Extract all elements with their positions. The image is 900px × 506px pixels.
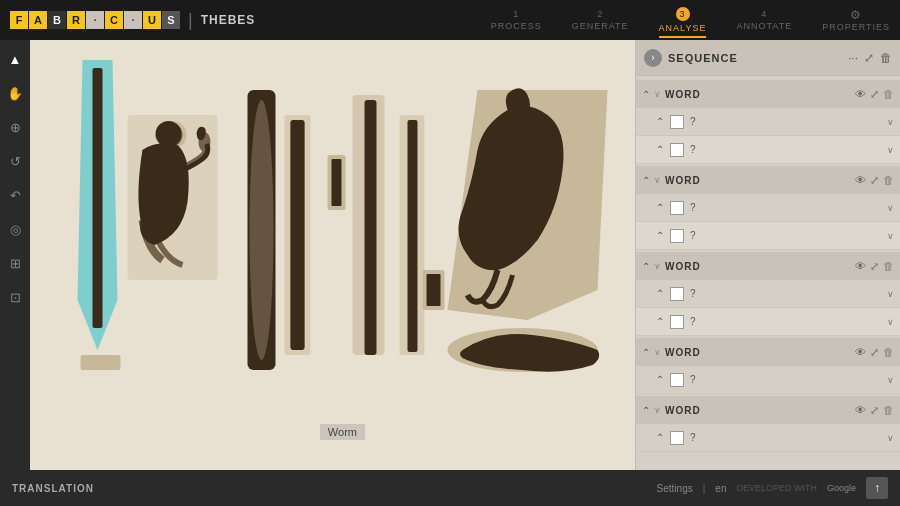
glyph-value-3-2: ? xyxy=(690,316,881,327)
glyph-expand-3-2[interactable]: ∨ xyxy=(887,317,894,327)
delete-icon-4[interactable]: 🗑 xyxy=(883,346,894,358)
word-icons-3: 👁 ⤢ 🗑 xyxy=(855,260,894,273)
developed-with-text: DEVELOPED WITH xyxy=(736,483,817,493)
eye-icon-3[interactable]: 👁 xyxy=(855,260,866,272)
glyph-expand-4-1[interactable]: ∨ xyxy=(887,375,894,385)
undo-tool[interactable]: ↶ xyxy=(4,184,26,206)
glyph-chevron-4-1[interactable]: ⌃ xyxy=(656,374,664,385)
main-content: ▲ ✋ ⊕ ↺ ↶ ◎ ⊞ ⊡ xyxy=(0,40,900,470)
word-header-4: ⌃ ∨ WORD 👁 ⤢ 🗑 xyxy=(636,338,900,366)
expand-icon-3[interactable]: ∨ xyxy=(654,261,661,271)
panel-more-icon[interactable]: ··· xyxy=(848,51,858,65)
delete-icon-3[interactable]: 🗑 xyxy=(883,260,894,272)
glyph-checkbox-5-1[interactable] xyxy=(670,431,684,445)
delete-icon-1[interactable]: 🗑 xyxy=(883,88,894,100)
cursor-tool[interactable]: ▲ xyxy=(4,48,26,70)
chevron-icon-4[interactable]: ⌃ xyxy=(642,347,650,358)
glyph-expand-1-2[interactable]: ∨ xyxy=(887,145,894,155)
expand-icon-1[interactable]: ∨ xyxy=(654,89,661,99)
panel-arrow-icon[interactable]: › xyxy=(644,49,662,67)
glyph-row-2-2: ⌃ ? ∨ xyxy=(636,222,900,250)
link-icon-5[interactable]: ⤢ xyxy=(870,404,879,417)
word-label-1: WORD xyxy=(665,89,851,100)
glyph-expand-1-1[interactable]: ∨ xyxy=(887,117,894,127)
logo-u: U xyxy=(143,11,161,29)
glyph-pen-inner xyxy=(93,68,103,328)
glyph-checkbox-1-1[interactable] xyxy=(670,115,684,129)
bottom-bar: TRANSLATION Settings | en DEVELOPED WITH… xyxy=(0,470,900,506)
nav-step-generate[interactable]: 2 GENERATE xyxy=(572,9,629,31)
eye-icon-5[interactable]: 👁 xyxy=(855,404,866,416)
word-icons-2: 👁 ⤢ 🗑 xyxy=(855,174,894,187)
glyph-expand-5-1[interactable]: ∨ xyxy=(887,433,894,443)
step-num-2: 2 xyxy=(597,9,603,19)
circle-tool[interactable]: ◎ xyxy=(4,218,26,240)
link-icon-1[interactable]: ⤢ xyxy=(870,88,879,101)
glyph-chevron-2-2[interactable]: ⌃ xyxy=(656,230,664,241)
glyph-row-1-1: ⌃ ? ∨ xyxy=(636,108,900,136)
glyph-chevron-3-1[interactable]: ⌃ xyxy=(656,288,664,299)
bottom-right: Settings | en DEVELOPED WITH Google ↑ xyxy=(657,477,888,499)
nav-step-process[interactable]: 1 PROCESS xyxy=(491,9,542,31)
step-label-process: PROCESS xyxy=(491,21,542,31)
word-icons-4: 👁 ⤢ 🗑 xyxy=(855,346,894,359)
word-label-3: WORD xyxy=(665,261,851,272)
redo-tool[interactable]: ↺ xyxy=(4,150,26,172)
chevron-icon-1[interactable]: ⌃ xyxy=(642,89,650,100)
grid-tool[interactable]: ⊞ xyxy=(4,252,26,274)
expand-icon-4[interactable]: ∨ xyxy=(654,347,661,357)
eye-icon-1[interactable]: 👁 xyxy=(855,88,866,100)
glyph-row-3-1: ⌃ ? ∨ xyxy=(636,280,900,308)
glyph-chevron-1-1[interactable]: ⌃ xyxy=(656,116,664,127)
hieroglyph-svg xyxy=(30,40,635,470)
glyph-column3 xyxy=(365,100,377,355)
glyph-expand-2-1[interactable]: ∨ xyxy=(887,203,894,213)
glyph-checkbox-2-1[interactable] xyxy=(670,201,684,215)
chevron-icon-2[interactable]: ⌃ xyxy=(642,175,650,186)
glyph-chevron-5-1[interactable]: ⌃ xyxy=(656,432,664,443)
nav-step-annotate[interactable]: 4 ANNOTATE xyxy=(736,9,792,31)
logo-s: S xyxy=(162,11,180,29)
glyph-checkbox-3-1[interactable] xyxy=(670,287,684,301)
word-group-5: ⌃ ∨ WORD 👁 ⤢ 🗑 ⌃ ? ∨ xyxy=(636,396,900,452)
panel-delete-icon[interactable]: 🗑 xyxy=(880,51,892,65)
glyph-row-2-1: ⌃ ? ∨ xyxy=(636,194,900,222)
chevron-icon-5[interactable]: ⌃ xyxy=(642,405,650,416)
expand-icon-2[interactable]: ∨ xyxy=(654,175,661,185)
delete-icon-5[interactable]: 🗑 xyxy=(883,404,894,416)
top-bar: F A B R · C · U S | THEBES 1 PROCESS 2 G… xyxy=(0,0,900,40)
eye-icon-2[interactable]: 👁 xyxy=(855,174,866,186)
nav-step-properties[interactable]: ⚙ PROPERTIES xyxy=(822,8,890,32)
zoom-tool[interactable]: ⊕ xyxy=(4,116,26,138)
logo-i2: · xyxy=(124,11,142,29)
glyph-checkbox-4-1[interactable] xyxy=(670,373,684,387)
glyph-chevron-3-2[interactable]: ⌃ xyxy=(656,316,664,327)
glyph-expand-2-2[interactable]: ∨ xyxy=(887,231,894,241)
panel-share-icon[interactable]: ⤢ xyxy=(864,51,874,65)
chevron-icon-3[interactable]: ⌃ xyxy=(642,261,650,272)
glyph-expand-3-1[interactable]: ∨ xyxy=(887,289,894,299)
sequence-content[interactable]: ⌃ ∨ WORD 👁 ⤢ 🗑 ⌃ ? ∨ ⌃ xyxy=(636,76,900,470)
glyph-chevron-1-2[interactable]: ⌃ xyxy=(656,144,664,155)
glyph-checkbox-2-2[interactable] xyxy=(670,229,684,243)
glyph-checkbox-3-2[interactable] xyxy=(670,315,684,329)
canvas-area[interactable]: Worm xyxy=(30,40,635,470)
scroll-up-button[interactable]: ↑ xyxy=(866,477,888,499)
delete-icon-2[interactable]: 🗑 xyxy=(883,174,894,186)
panel-header-icons: ··· ⤢ 🗑 xyxy=(848,51,892,65)
hand-tool[interactable]: ✋ xyxy=(4,82,26,104)
word-group-3: ⌃ ∨ WORD 👁 ⤢ 🗑 ⌃ ? ∨ ⌃ xyxy=(636,252,900,336)
panel-header: › SEQUENCE ··· ⤢ 🗑 xyxy=(636,40,900,76)
glyph-chevron-2-1[interactable]: ⌃ xyxy=(656,202,664,213)
expand-icon-5[interactable]: ∨ xyxy=(654,405,661,415)
glyph-column1-bg xyxy=(250,100,274,360)
language-selector[interactable]: en xyxy=(715,483,726,494)
glyph-checkbox-1-2[interactable] xyxy=(670,143,684,157)
link-icon-4[interactable]: ⤢ xyxy=(870,346,879,359)
link-icon-3[interactable]: ⤢ xyxy=(870,260,879,273)
eye-icon-4[interactable]: 👁 xyxy=(855,346,866,358)
nav-step-analyse[interactable]: 3 ANALYSE xyxy=(659,7,707,33)
settings-link[interactable]: Settings xyxy=(657,483,693,494)
link-icon-2[interactable]: ⤢ xyxy=(870,174,879,187)
select-tool[interactable]: ⊡ xyxy=(4,286,26,308)
